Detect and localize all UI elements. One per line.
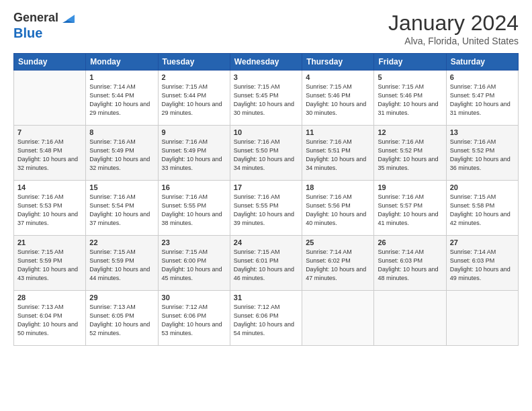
day-number: 4 bbox=[306, 73, 370, 81]
calendar-cell: 4Sunrise: 7:15 AMSunset: 5:46 PMDaylight… bbox=[302, 71, 374, 126]
calendar-week-row: 1Sunrise: 7:14 AMSunset: 5:44 PMDaylight… bbox=[14, 71, 519, 126]
logo-blue-text: Blue bbox=[13, 26, 75, 41]
header: General Blue January 2024 Alva, Florida,… bbox=[13, 11, 519, 46]
calendar-table: SundayMondayTuesdayWednesdayThursdayFrid… bbox=[13, 53, 519, 346]
day-info: Sunrise: 7:12 AMSunset: 6:06 PMDaylight:… bbox=[234, 303, 298, 338]
weekday-header-cell: Tuesday bbox=[158, 54, 230, 71]
day-info: Sunrise: 7:16 AMSunset: 5:48 PMDaylight:… bbox=[17, 138, 82, 173]
day-number: 29 bbox=[89, 293, 154, 302]
day-info: Sunrise: 7:16 AMSunset: 5:53 PMDaylight:… bbox=[17, 193, 82, 228]
day-info: Sunrise: 7:14 AMSunset: 6:03 PMDaylight:… bbox=[378, 248, 442, 283]
day-number: 8 bbox=[89, 128, 154, 136]
calendar-cell: 7Sunrise: 7:16 AMSunset: 5:48 PMDaylight… bbox=[14, 126, 86, 181]
day-info: Sunrise: 7:13 AMSunset: 6:05 PMDaylight:… bbox=[89, 303, 154, 338]
day-info: Sunrise: 7:16 AMSunset: 5:57 PMDaylight:… bbox=[378, 193, 442, 228]
day-number: 3 bbox=[234, 73, 298, 81]
calendar-cell: 30Sunrise: 7:12 AMSunset: 6:06 PMDayligh… bbox=[158, 291, 230, 346]
day-number: 30 bbox=[162, 293, 226, 302]
calendar-cell: 10Sunrise: 7:16 AMSunset: 5:50 PMDayligh… bbox=[230, 126, 302, 181]
day-info: Sunrise: 7:15 AMSunset: 5:59 PMDaylight:… bbox=[89, 248, 154, 283]
day-info: Sunrise: 7:16 AMSunset: 5:52 PMDaylight:… bbox=[378, 138, 442, 173]
day-number: 1 bbox=[89, 73, 154, 81]
logo-text: General bbox=[13, 11, 58, 25]
day-number: 10 bbox=[234, 128, 298, 136]
month-title: January 2024 bbox=[388, 11, 519, 36]
title-block: January 2024 Alva, Florida, United State… bbox=[388, 11, 519, 46]
day-info: Sunrise: 7:12 AMSunset: 6:06 PMDaylight:… bbox=[162, 303, 226, 338]
day-number: 27 bbox=[450, 238, 515, 246]
day-info: Sunrise: 7:16 AMSunset: 5:54 PMDaylight:… bbox=[89, 193, 154, 228]
day-number: 19 bbox=[378, 183, 442, 191]
day-number: 17 bbox=[234, 183, 298, 191]
calendar-cell bbox=[302, 291, 374, 346]
day-number: 11 bbox=[306, 128, 370, 136]
calendar-cell: 29Sunrise: 7:13 AMSunset: 6:05 PMDayligh… bbox=[86, 291, 158, 346]
calendar-body: 1Sunrise: 7:14 AMSunset: 5:44 PMDaylight… bbox=[14, 71, 519, 346]
calendar-cell: 9Sunrise: 7:16 AMSunset: 5:49 PMDaylight… bbox=[158, 126, 230, 181]
calendar-cell: 6Sunrise: 7:16 AMSunset: 5:47 PMDaylight… bbox=[446, 71, 518, 126]
day-info: Sunrise: 7:14 AMSunset: 6:02 PMDaylight:… bbox=[306, 248, 370, 283]
day-number: 15 bbox=[89, 183, 154, 191]
day-number: 6 bbox=[450, 73, 515, 81]
day-info: Sunrise: 7:13 AMSunset: 6:04 PMDaylight:… bbox=[17, 303, 82, 338]
day-info: Sunrise: 7:16 AMSunset: 5:52 PMDaylight:… bbox=[450, 138, 515, 173]
calendar-cell: 26Sunrise: 7:14 AMSunset: 6:03 PMDayligh… bbox=[374, 236, 446, 291]
calendar-cell: 8Sunrise: 7:16 AMSunset: 5:49 PMDaylight… bbox=[86, 126, 158, 181]
day-info: Sunrise: 7:16 AMSunset: 5:56 PMDaylight:… bbox=[306, 193, 370, 228]
calendar-cell: 28Sunrise: 7:13 AMSunset: 6:04 PMDayligh… bbox=[14, 291, 86, 346]
weekday-header-cell: Saturday bbox=[446, 54, 518, 71]
calendar-week-row: 14Sunrise: 7:16 AMSunset: 5:53 PMDayligh… bbox=[14, 181, 519, 236]
day-number: 7 bbox=[17, 128, 82, 136]
calendar-cell bbox=[374, 291, 446, 346]
day-info: Sunrise: 7:16 AMSunset: 5:49 PMDaylight:… bbox=[89, 138, 154, 173]
calendar-cell: 31Sunrise: 7:12 AMSunset: 6:06 PMDayligh… bbox=[230, 291, 302, 346]
calendar-page: General Blue January 2024 Alva, Florida,… bbox=[0, 0, 532, 411]
day-number: 26 bbox=[378, 238, 442, 246]
day-number: 21 bbox=[17, 238, 82, 246]
calendar-cell: 1Sunrise: 7:14 AMSunset: 5:44 PMDaylight… bbox=[86, 71, 158, 126]
calendar-cell: 5Sunrise: 7:15 AMSunset: 5:46 PMDaylight… bbox=[374, 71, 446, 126]
calendar-cell: 21Sunrise: 7:15 AMSunset: 5:59 PMDayligh… bbox=[14, 236, 86, 291]
day-number: 24 bbox=[234, 238, 298, 246]
weekday-header-cell: Friday bbox=[374, 54, 446, 71]
day-number: 23 bbox=[162, 238, 226, 246]
calendar-week-row: 28Sunrise: 7:13 AMSunset: 6:04 PMDayligh… bbox=[14, 291, 519, 346]
calendar-cell: 11Sunrise: 7:16 AMSunset: 5:51 PMDayligh… bbox=[302, 126, 374, 181]
calendar-cell bbox=[14, 71, 86, 126]
calendar-cell: 3Sunrise: 7:15 AMSunset: 5:45 PMDaylight… bbox=[230, 71, 302, 126]
day-info: Sunrise: 7:15 AMSunset: 5:46 PMDaylight:… bbox=[378, 83, 442, 118]
day-info: Sunrise: 7:15 AMSunset: 5:58 PMDaylight:… bbox=[450, 193, 515, 228]
day-number: 12 bbox=[378, 128, 442, 136]
day-info: Sunrise: 7:16 AMSunset: 5:55 PMDaylight:… bbox=[162, 193, 226, 228]
day-info: Sunrise: 7:14 AMSunset: 5:44 PMDaylight:… bbox=[89, 83, 154, 118]
calendar-week-row: 7Sunrise: 7:16 AMSunset: 5:48 PMDaylight… bbox=[14, 126, 519, 181]
calendar-cell: 27Sunrise: 7:14 AMSunset: 6:03 PMDayligh… bbox=[446, 236, 518, 291]
day-info: Sunrise: 7:16 AMSunset: 5:49 PMDaylight:… bbox=[162, 138, 226, 173]
calendar-cell: 23Sunrise: 7:15 AMSunset: 6:00 PMDayligh… bbox=[158, 236, 230, 291]
day-info: Sunrise: 7:16 AMSunset: 5:51 PMDaylight:… bbox=[306, 138, 370, 173]
day-info: Sunrise: 7:16 AMSunset: 5:55 PMDaylight:… bbox=[234, 193, 298, 228]
day-number: 5 bbox=[378, 73, 442, 81]
calendar-cell bbox=[446, 291, 518, 346]
day-info: Sunrise: 7:14 AMSunset: 6:03 PMDaylight:… bbox=[450, 248, 515, 283]
location: Alva, Florida, United States bbox=[388, 36, 519, 46]
calendar-cell: 13Sunrise: 7:16 AMSunset: 5:52 PMDayligh… bbox=[446, 126, 518, 181]
day-info: Sunrise: 7:15 AMSunset: 6:01 PMDaylight:… bbox=[234, 248, 298, 283]
calendar-cell: 12Sunrise: 7:16 AMSunset: 5:52 PMDayligh… bbox=[374, 126, 446, 181]
day-number: 22 bbox=[89, 238, 154, 246]
day-info: Sunrise: 7:15 AMSunset: 5:44 PMDaylight:… bbox=[162, 83, 226, 118]
calendar-cell: 15Sunrise: 7:16 AMSunset: 5:54 PMDayligh… bbox=[86, 181, 158, 236]
day-number: 2 bbox=[162, 73, 226, 81]
logo: General Blue bbox=[13, 11, 75, 41]
weekday-header-cell: Thursday bbox=[302, 54, 374, 71]
calendar-week-row: 21Sunrise: 7:15 AMSunset: 5:59 PMDayligh… bbox=[14, 236, 519, 291]
calendar-cell: 14Sunrise: 7:16 AMSunset: 5:53 PMDayligh… bbox=[14, 181, 86, 236]
day-info: Sunrise: 7:15 AMSunset: 5:59 PMDaylight:… bbox=[17, 248, 82, 283]
day-number: 18 bbox=[306, 183, 370, 191]
calendar-cell: 22Sunrise: 7:15 AMSunset: 5:59 PMDayligh… bbox=[86, 236, 158, 291]
calendar-cell: 20Sunrise: 7:15 AMSunset: 5:58 PMDayligh… bbox=[446, 181, 518, 236]
day-number: 20 bbox=[450, 183, 515, 191]
weekday-header-cell: Wednesday bbox=[230, 54, 302, 71]
calendar-cell: 18Sunrise: 7:16 AMSunset: 5:56 PMDayligh… bbox=[302, 181, 374, 236]
calendar-cell: 17Sunrise: 7:16 AMSunset: 5:55 PMDayligh… bbox=[230, 181, 302, 236]
